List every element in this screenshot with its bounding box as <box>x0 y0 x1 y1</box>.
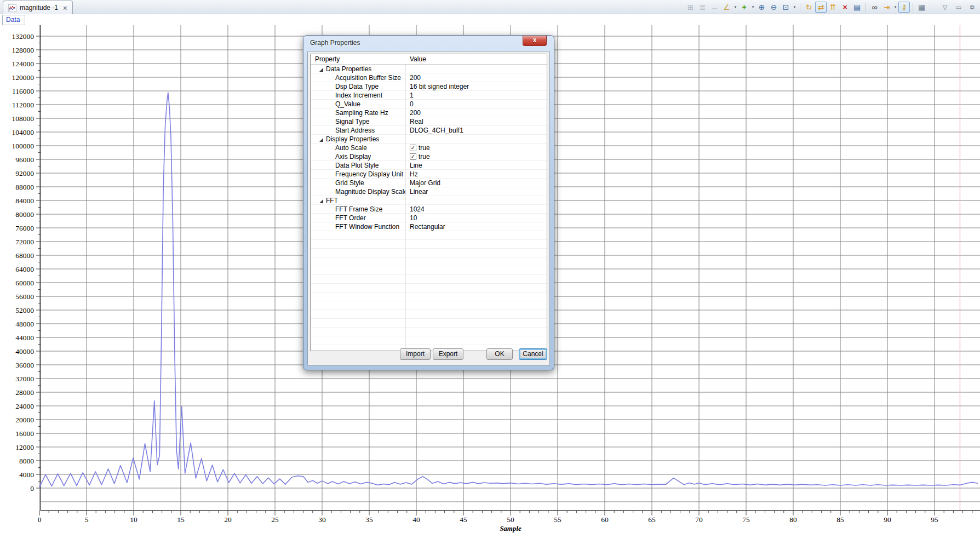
import-button[interactable]: Import <box>400 348 431 360</box>
expander-triangle-icon[interactable] <box>319 138 323 142</box>
property-label: FFT Frame Size <box>335 205 382 213</box>
property-value[interactable]: Line <box>410 162 422 169</box>
expander-triangle-icon[interactable] <box>319 199 323 203</box>
property-row[interactable]: Acquisition Buffer Size200 <box>311 73 547 82</box>
cancel-button[interactable]: Cancel <box>519 348 547 360</box>
property-row[interactable]: Magnitude Display ScaleLinear <box>311 187 547 196</box>
checkbox[interactable]: ✓ <box>410 145 416 151</box>
x-tick-label: 65 <box>648 515 656 524</box>
refresh-icon[interactable]: ↻ <box>803 2 815 13</box>
value-text: true <box>419 144 430 152</box>
y-tick-label: 60000 <box>15 279 34 287</box>
property-value[interactable]: ✓true <box>410 144 430 152</box>
x-tick-label: 60 <box>601 515 609 524</box>
property-value[interactable]: 1 <box>410 91 414 99</box>
export-button[interactable]: Export <box>433 348 463 360</box>
property-row[interactable]: FFT <box>311 196 547 205</box>
property-value[interactable]: 200 <box>410 74 421 82</box>
ok-button[interactable]: OK <box>486 348 513 360</box>
reset-view-icon[interactable]: ⊞ <box>685 2 696 13</box>
dialog-button-row: ImportExportOKCancel <box>308 347 549 365</box>
empty-row <box>311 240 547 249</box>
empty-row <box>311 284 547 293</box>
restore-icon[interactable]: ⧉ <box>968 2 977 13</box>
property-value[interactable]: Real <box>410 118 423 125</box>
property-table: PropertyValueData PropertiesAcquisition … <box>310 54 547 351</box>
value-text: true <box>419 153 430 161</box>
dialog-title: Graph Properties <box>310 39 360 47</box>
property-value[interactable]: 10 <box>410 214 417 222</box>
tab-close-icon[interactable]: × <box>63 4 67 12</box>
x-tick-label: 45 <box>460 515 467 524</box>
property-label: Acquisition Buffer Size <box>335 74 401 82</box>
property-value[interactable]: Major Grid <box>410 179 440 187</box>
measure-icon-dropdown[interactable]: ▾ <box>733 5 738 9</box>
lock-scale-icon[interactable]: ⚷ <box>898 2 910 13</box>
zoom-in-icon[interactable]: ⊕ <box>756 2 767 13</box>
property-value[interactable]: Hz <box>410 170 418 178</box>
property-label: Data Plot Style <box>335 162 379 169</box>
remove-graph-icon[interactable]: × <box>839 2 851 13</box>
value-text: DLOG_4CH_buff1 <box>410 127 463 134</box>
add-graph-icon[interactable]: + <box>738 2 750 13</box>
expander-triangle-icon[interactable] <box>319 68 323 72</box>
graph-properties-icon[interactable]: ▤ <box>851 2 863 13</box>
property-row[interactable]: Start AddressDLOG_4CH_buff1 <box>311 126 547 135</box>
zoom-region-icon[interactable]: ⊡ <box>780 2 792 13</box>
property-value[interactable]: 1024 <box>410 205 425 213</box>
property-value[interactable]: 200 <box>410 109 421 117</box>
property-row[interactable]: Sampling Rate Hz200 <box>311 108 547 117</box>
step-forward-icon-dropdown[interactable]: ▾ <box>893 5 898 9</box>
empty-row <box>311 293 547 301</box>
property-row[interactable]: Signal TypeReal <box>311 117 547 126</box>
y-tick-label: 104000 <box>12 128 35 136</box>
empty-row <box>311 319 547 328</box>
property-row[interactable]: Grid StyleMajor Grid <box>311 179 547 187</box>
view-list-icon[interactable]: ▦ <box>916 2 927 13</box>
zoom-region-icon-dropdown[interactable]: ▾ <box>792 5 797 9</box>
minimize-icon[interactable]: ▭ <box>954 2 963 13</box>
y-tick-label: 100000 <box>12 142 35 150</box>
property-row[interactable]: Frequency Display UnitHz <box>311 170 547 179</box>
property-value[interactable]: DLOG_4CH_buff1 <box>410 127 463 134</box>
property-row[interactable]: Display Properties <box>311 135 547 144</box>
property-row[interactable]: Axis Display✓true <box>311 152 547 161</box>
property-label: Dsp Data Type <box>335 83 379 90</box>
property-row[interactable]: Q_Value0 <box>311 100 547 108</box>
zoom-out-icon[interactable]: ⊖ <box>768 2 780 13</box>
add-graph-icon-dropdown[interactable]: ▾ <box>750 5 755 9</box>
tab-magnitude[interactable]: magnitude -1 × <box>3 1 73 14</box>
property-value[interactable]: Linear <box>410 188 428 196</box>
property-row[interactable]: Data Plot StyleLine <box>311 161 547 170</box>
value-text: 0 <box>410 100 414 108</box>
dialog-close-button[interactable]: x <box>523 36 547 46</box>
view-menu-chevron-icon[interactable]: ▽ <box>941 2 949 13</box>
property-value[interactable]: 16 bit signed integer <box>410 83 469 90</box>
property-row[interactable]: FFT Window FunctionRectangular <box>311 222 547 231</box>
x-tick-label: 20 <box>224 515 232 524</box>
property-row[interactable]: Data Properties <box>311 65 547 73</box>
checkbox[interactable]: ✓ <box>410 153 416 160</box>
measure-icon[interactable]: ∠ <box>721 2 732 13</box>
property-value[interactable]: 0 <box>410 100 414 108</box>
y-tick-label: 116000 <box>12 87 34 95</box>
fit-width-icon[interactable]: ↔ <box>709 2 720 13</box>
y-tick-label: 108000 <box>12 114 35 123</box>
y-tick-label: 80000 <box>15 210 34 219</box>
property-row[interactable]: Dsp Data Type16 bit signed integer <box>311 82 547 91</box>
y-tick-label: 132000 <box>12 32 35 41</box>
property-value[interactable]: ✓true <box>410 153 430 161</box>
continuous-refresh-icon[interactable]: ⇈ <box>827 2 839 13</box>
property-row[interactable]: FFT Order10 <box>311 214 547 222</box>
property-row[interactable]: Index Increment1 <box>311 91 547 100</box>
x-tick-label: 75 <box>742 515 750 524</box>
empty-row <box>311 336 547 345</box>
align-center-icon[interactable]: ≣ <box>697 2 708 13</box>
property-value[interactable]: Rectangular <box>410 223 445 231</box>
step-forward-icon[interactable]: ⇥ <box>881 2 892 13</box>
property-row[interactable]: Auto Scale✓true <box>311 144 547 152</box>
graph-properties-dialog[interactable]: Graph Properties x PropertyValueData Pro… <box>303 35 554 370</box>
property-row[interactable]: FFT Frame Size1024 <box>311 205 547 214</box>
swap-axes-icon[interactable]: ⇄ <box>815 2 827 13</box>
watch-data-icon[interactable]: ∞ <box>869 2 880 13</box>
